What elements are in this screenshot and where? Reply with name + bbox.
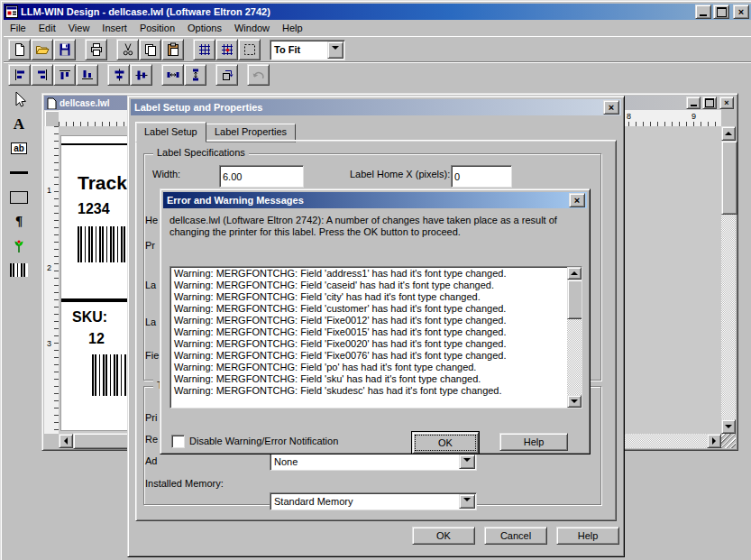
center-vertical-icon[interactable] <box>130 64 152 86</box>
align-top-icon[interactable] <box>53 64 76 86</box>
titlebar[interactable]: LLM-WIN Design - dellcase.lwl (Loftware … <box>4 4 751 20</box>
align-right-icon[interactable] <box>31 64 53 86</box>
print-icon[interactable] <box>85 39 107 60</box>
toolbar-arrange <box>4 61 751 87</box>
space-across-icon[interactable] <box>161 64 184 86</box>
pointer-tool[interactable] <box>4 87 34 112</box>
home-x-input[interactable]: 0 <box>451 165 512 188</box>
v-scrollbar-thumb[interactable] <box>721 141 737 215</box>
center-horizontal-icon[interactable] <box>107 64 130 86</box>
label-text-object[interactable]: Track <box>78 172 127 194</box>
resize-grip[interactable] <box>721 434 736 448</box>
setup-cancel-button[interactable]: Cancel <box>484 527 547 545</box>
scroll-right-button[interactable] <box>707 434 721 448</box>
graphic-tool[interactable] <box>4 234 34 258</box>
save-icon[interactable] <box>53 39 76 60</box>
line-tool[interactable] <box>4 161 34 185</box>
line-icon <box>10 171 28 174</box>
align-left-icon[interactable] <box>8 64 31 86</box>
warning-list-item[interactable]: Warning: MERGFONTCHG: Field 'skudesc' ha… <box>172 385 565 397</box>
setup-help-button[interactable]: Help <box>556 527 619 545</box>
error-ok-button[interactable]: OK <box>412 432 479 454</box>
width-input[interactable]: 6.00 <box>219 165 304 188</box>
maximize-button[interactable] <box>713 5 729 19</box>
grid-dots-icon[interactable] <box>238 39 261 60</box>
warning-list-item[interactable]: Warning: MERGFONTCHG: Field 'Fixe0020' h… <box>172 338 565 350</box>
warning-list-item[interactable]: Warning: MERGFONTCHG: Field 'caseid' has… <box>172 280 565 291</box>
menu-options[interactable]: Options <box>181 21 228 35</box>
tab-label-setup[interactable]: Label Setup <box>135 122 206 142</box>
label-text-object[interactable]: 12 <box>88 331 105 347</box>
close-button[interactable]: × <box>733 5 749 19</box>
warning-list-item[interactable]: Warning: MERGFONTCHG: Field 'Fixe0076' h… <box>172 350 565 362</box>
scroll-up-button[interactable] <box>721 126 736 141</box>
disable-warning-checkbox[interactable] <box>171 435 185 448</box>
clipped-label: La <box>145 280 156 290</box>
dropdown-button[interactable] <box>459 454 475 469</box>
text-box-tool[interactable]: ab <box>4 136 34 161</box>
warning-list-item[interactable]: Warning: MERGFONTCHG: Field 'Fixe0015' h… <box>172 326 565 338</box>
menu-insert[interactable]: Insert <box>96 21 133 35</box>
v-scrollbar-track[interactable] <box>721 215 736 419</box>
installed-memory-combobox[interactable]: Standard Memory <box>270 492 477 510</box>
undo-icon[interactable] <box>247 64 270 86</box>
cut-icon[interactable] <box>116 39 139 60</box>
setup-dialog-titlebar[interactable]: Label Setup and Properties × <box>131 99 621 115</box>
warning-listbox[interactable]: Warning: MERGFONTCHG: Field 'address1' h… <box>169 266 582 409</box>
vertical-scrollbar[interactable] <box>721 126 736 434</box>
warning-list-item[interactable]: Warning: MERGFONTCHG: Field 'po' has had… <box>172 362 565 373</box>
label-text-object[interactable]: 1234 <box>78 201 110 217</box>
label-text-object[interactable]: SKU: <box>72 309 107 326</box>
setup-close-button[interactable]: × <box>603 100 619 115</box>
paragraph-icon: ¶ <box>15 214 23 229</box>
barcode-tool[interactable] <box>4 258 34 282</box>
error-help-button[interactable]: Help <box>499 433 568 451</box>
text-tool[interactable]: A <box>4 112 34 136</box>
rectangle-tool[interactable] <box>4 185 34 209</box>
menu-position[interactable]: Position <box>133 21 181 35</box>
chevron-down-icon <box>463 458 471 465</box>
scroll-down-button[interactable] <box>721 419 736 434</box>
listbox-scrollbar-thumb[interactable] <box>567 280 582 319</box>
menu-help[interactable]: Help <box>276 21 309 35</box>
doc-close-button[interactable]: × <box>719 96 734 109</box>
grid-icon[interactable] <box>193 39 215 60</box>
warning-list-item[interactable]: Warning: MERGFONTCHG: Field 'sku' has ha… <box>172 373 565 385</box>
listbox-scrollbar-track[interactable] <box>567 319 582 395</box>
text-box-icon: ab <box>11 142 27 154</box>
warning-list-item[interactable]: Warning: MERGFONTCHG: Field 'customer' h… <box>172 303 565 315</box>
setup-ok-button[interactable]: OK <box>412 527 475 545</box>
error-dialog-titlebar[interactable]: Error and Warning Messages × <box>163 192 587 208</box>
dropdown-button[interactable] <box>459 494 475 509</box>
new-icon[interactable] <box>8 39 31 60</box>
clipped-label: La <box>145 317 156 327</box>
zoom-combobox[interactable]: To Fit <box>270 40 345 60</box>
error-close-button[interactable]: × <box>569 193 585 207</box>
paste-icon[interactable] <box>161 39 184 60</box>
scroll-left-icon <box>60 437 68 445</box>
warning-list-item[interactable]: Warning: MERGFONTCHG: Field 'Fixe0012' h… <box>172 315 565 326</box>
installed-memory-label: Installed Memory: <box>145 478 224 489</box>
menu-file[interactable]: File <box>4 21 32 35</box>
additional-memory-combobox[interactable]: None <box>270 453 477 471</box>
open-icon[interactable] <box>31 39 53 60</box>
menu-edit[interactable]: Edit <box>32 21 62 35</box>
menu-window[interactable]: Window <box>228 21 276 35</box>
align-bottom-icon[interactable] <box>76 64 98 86</box>
zoom-dropdown-button[interactable] <box>327 41 343 59</box>
doc-maximize-button[interactable] <box>702 96 717 109</box>
rotate-icon[interactable] <box>215 64 238 86</box>
menu-view[interactable]: View <box>62 21 96 35</box>
space-down-icon[interactable] <box>184 64 206 86</box>
scroll-left-button[interactable] <box>59 434 73 448</box>
warning-list-item[interactable]: Warning: MERGFONTCHG: Field 'city' has h… <box>172 291 565 303</box>
snap-grid-icon[interactable] <box>215 39 238 60</box>
paragraph-tool[interactable]: ¶ <box>4 209 34 234</box>
warning-list-item[interactable]: Warning: MERGFONTCHG: Field 'address1' h… <box>172 268 565 280</box>
minimize-button[interactable] <box>695 5 711 19</box>
copy-icon[interactable] <box>139 39 161 60</box>
doc-minimize-button[interactable] <box>686 96 701 109</box>
scroll-down-button[interactable] <box>567 395 582 408</box>
scroll-up-button[interactable] <box>567 267 582 280</box>
listbox-scrollbar[interactable] <box>567 267 582 408</box>
